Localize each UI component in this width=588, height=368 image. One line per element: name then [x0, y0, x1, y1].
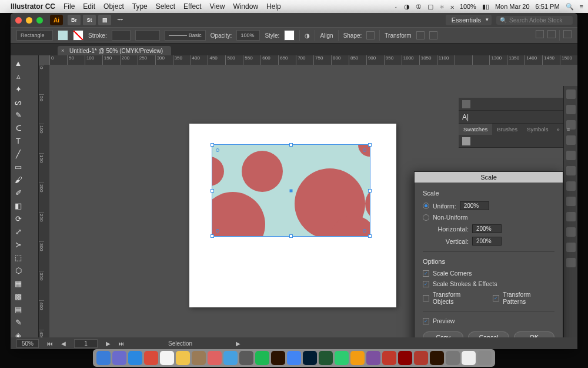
- scale-strokes-checkbox[interactable]: ✓: [423, 281, 429, 287]
- shaper-tool[interactable]: ✐: [12, 186, 25, 199]
- appearance-panel-icon[interactable]: [566, 212, 576, 221]
- lasso-tool[interactable]: ᔕ: [12, 95, 25, 108]
- uniform-value-field[interactable]: 200%: [460, 201, 489, 210]
- artboards-panel-icon[interactable]: [566, 258, 576, 267]
- dock-app-5[interactable]: [176, 351, 190, 365]
- dock-app-20[interactable]: [414, 351, 428, 365]
- gradient-tool[interactable]: ▤: [12, 303, 25, 316]
- zoom-window-button[interactable]: [36, 17, 43, 24]
- dock-app-18[interactable]: [382, 351, 396, 365]
- zoom-field[interactable]: 50%: [16, 339, 39, 348]
- time-text[interactable]: 6:51 PM: [536, 3, 560, 10]
- document-tab[interactable]: × Untitled-1* @ 50% (CMYK/Preview): [58, 46, 171, 55]
- tab-swatches[interactable]: Swatches: [459, 124, 492, 135]
- dock-app-4[interactable]: [160, 351, 174, 365]
- rotate-tool[interactable]: ⟳: [12, 212, 25, 225]
- dock-app-13[interactable]: [303, 351, 317, 365]
- scale-tool[interactable]: ⤢: [12, 225, 25, 238]
- brush-def-field[interactable]: Basic: [165, 30, 206, 41]
- horizontal-value-field[interactable]: 200%: [472, 224, 502, 233]
- artboard-nav-last-icon[interactable]: ⏭: [119, 340, 125, 347]
- menu-extras-icon[interactable]: ≡: [580, 3, 583, 10]
- style-swatch[interactable]: [284, 30, 295, 41]
- status-play-icon[interactable]: ▶: [236, 340, 240, 347]
- menu-file[interactable]: File: [64, 2, 75, 11]
- transform-label[interactable]: Transform: [385, 32, 411, 39]
- menu-object[interactable]: Object: [103, 2, 124, 11]
- eyedropper-tool[interactable]: ✎: [12, 316, 25, 329]
- stroke-swatch[interactable]: [73, 30, 83, 41]
- color-mini-panel[interactable]: [459, 98, 563, 111]
- gradient-panel-icon[interactable]: [566, 181, 576, 191]
- dock-app-1[interactable]: [112, 351, 126, 365]
- uniform-radio[interactable]: [423, 203, 429, 209]
- dock-app-8[interactable]: [223, 351, 238, 365]
- direct-selection-tool[interactable]: ▵: [12, 69, 25, 82]
- transparency-panel-icon[interactable]: [566, 197, 576, 206]
- tab-symbols[interactable]: Symbols: [522, 124, 553, 135]
- artboard-number-field[interactable]: 1: [74, 339, 98, 348]
- menu-edit[interactable]: Edit: [83, 2, 95, 11]
- transform-wh-icon[interactable]: [429, 31, 437, 39]
- nonuniform-radio[interactable]: [423, 214, 429, 221]
- dock-app-3[interactable]: [144, 351, 158, 365]
- swatches-row[interactable]: [459, 135, 563, 148]
- perspective-tool[interactable]: ▦: [12, 277, 25, 290]
- preview-checkbox[interactable]: ✓: [423, 318, 429, 324]
- menu-view[interactable]: View: [210, 2, 225, 11]
- dock-app-23[interactable]: [462, 351, 476, 365]
- type-tool[interactable]: T: [12, 134, 25, 147]
- transform-xy-icon[interactable]: [416, 31, 425, 39]
- opacity-field[interactable]: 100%: [236, 30, 260, 41]
- free-transform-tool[interactable]: ⬚: [12, 251, 25, 264]
- close-tab-icon[interactable]: ×: [61, 48, 64, 54]
- pen-tool[interactable]: ✎: [12, 108, 25, 121]
- dock-app-6[interactable]: [192, 351, 206, 365]
- rectangle-tool[interactable]: ▭: [12, 160, 25, 173]
- minimize-window-button[interactable]: [26, 17, 32, 24]
- bridge-icon[interactable]: Br: [68, 15, 81, 25]
- dock-app-0[interactable]: [96, 351, 111, 365]
- dock-app-10[interactable]: [255, 351, 269, 365]
- sync-icon[interactable]: ①: [416, 3, 422, 11]
- tab-brushes[interactable]: Brushes: [492, 124, 522, 135]
- dock-app-2[interactable]: [128, 351, 142, 365]
- scale-corners-checkbox[interactable]: ✓: [423, 270, 429, 277]
- panel-expand-icon[interactable]: »: [553, 124, 563, 135]
- close-window-button[interactable]: [15, 17, 22, 24]
- paintbrush-tool[interactable]: 🖌: [12, 173, 25, 186]
- menu-type[interactable]: Type: [132, 2, 148, 11]
- dock-app-15[interactable]: [335, 351, 349, 365]
- dock-app-19[interactable]: [398, 351, 412, 365]
- menu-effect[interactable]: Effect: [183, 2, 201, 11]
- spotlight-icon[interactable]: 🔍: [566, 3, 574, 11]
- menu-help[interactable]: Help: [266, 2, 281, 11]
- dock-app-14[interactable]: [319, 351, 333, 365]
- curvature-tool[interactable]: ᑕ: [12, 121, 25, 134]
- magic-wand-tool[interactable]: ✦: [12, 82, 25, 95]
- airplay-icon[interactable]: ▢: [427, 3, 433, 11]
- dock-app-9[interactable]: [239, 351, 253, 365]
- stock-icon[interactable]: St: [83, 15, 96, 25]
- character-mini-panel[interactable]: A|: [459, 111, 563, 124]
- dropbox-icon[interactable]: ⬪: [394, 3, 398, 10]
- panel-menu-icon[interactable]: [563, 30, 572, 38]
- bluetooth-icon[interactable]: ∗: [439, 3, 445, 11]
- menu-window[interactable]: Window: [233, 2, 258, 11]
- arrange-docs-icon[interactable]: ▤: [98, 15, 111, 25]
- eraser-tool[interactable]: ◧: [12, 199, 25, 212]
- line-tool[interactable]: ╱: [12, 147, 25, 160]
- search-stock-input[interactable]: 🔍 Search Adobe Stock: [496, 16, 573, 25]
- brushes-panel-icon[interactable]: [566, 135, 576, 145]
- symbols-panel-icon[interactable]: [566, 151, 576, 160]
- artboard-nav-first-icon[interactable]: ⏮: [47, 340, 53, 347]
- align-label[interactable]: Align: [320, 32, 333, 39]
- cc-status-icon[interactable]: ◑: [404, 3, 410, 11]
- date-text[interactable]: Mon Mar 20: [495, 3, 530, 10]
- dock-app-24[interactable]: [477, 351, 492, 365]
- workspace-switcher[interactable]: Essentials: [446, 15, 492, 25]
- dock-app-7[interactable]: [208, 351, 222, 365]
- dock-app-22[interactable]: [446, 351, 460, 365]
- gpuperf-icon[interactable]: 〰: [113, 15, 126, 25]
- width-tool[interactable]: ≻: [12, 238, 25, 251]
